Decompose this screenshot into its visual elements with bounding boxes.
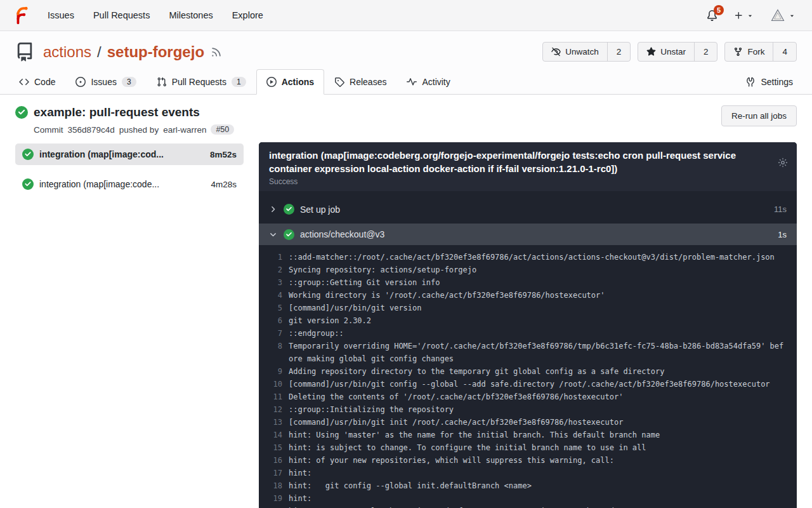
tab-actions[interactable]: Actions — [256, 69, 324, 95]
unstar-label: Unstar — [660, 47, 686, 57]
commit-prefix: Commit — [34, 125, 63, 135]
tab-code[interactable]: Code — [9, 69, 65, 95]
breadcrumb: actions / setup-forgejo — [43, 43, 204, 61]
tab-settings[interactable]: Settings — [735, 69, 803, 95]
log-line-number: 7 — [259, 327, 289, 340]
issue-opened-icon — [75, 77, 86, 87]
log-line-text: Deleting the contents of '/root/.cache/a… — [289, 391, 788, 403]
log-line-number: 6 — [259, 314, 289, 327]
fork-button[interactable]: Fork — [725, 43, 773, 61]
repo-name-link[interactable]: setup-forgejo — [107, 43, 204, 61]
job-status-text: Success — [269, 177, 768, 186]
unwatch-label: Unwatch — [565, 47, 599, 57]
top-navbar: Issues Pull Requests Milestones Explore … — [0, 0, 812, 31]
stars-count[interactable]: 2 — [694, 43, 717, 61]
log-line-number: 9 — [259, 365, 289, 378]
tab-code-label: Code — [34, 77, 55, 87]
log-line: 20 hint: Names commonly chosen instead o… — [259, 505, 788, 508]
breadcrumb-separator: / — [97, 43, 102, 61]
log-line-text: ::group::Initializing the repository — [289, 403, 788, 416]
repo-owner-link[interactable]: actions — [43, 43, 91, 61]
step-setup-job[interactable]: Set up job 11s — [259, 197, 797, 221]
chevron-right-icon — [269, 205, 278, 213]
step-success-check-icon — [284, 229, 294, 240]
log-line: 16 hint: of your new repositories, which… — [259, 454, 788, 467]
play-circle-icon — [266, 77, 277, 87]
log-line: 6 git version 2.30.2 — [259, 314, 788, 327]
rerun-all-jobs-button[interactable]: Re-run all jobs — [721, 105, 797, 126]
repo-action-buttons: Unwatch 2 Unstar 2 Fork 4 — [542, 42, 797, 62]
run-commit-line: Commit 356d879c4d pushed by earl-warren … — [34, 124, 234, 135]
log-line-number: 20 — [259, 505, 289, 508]
tab-releases[interactable]: Releases — [324, 69, 396, 95]
log-line: 13 [command]/usr/bin/git init /root/.cac… — [259, 416, 788, 429]
pushed-by-text: pushed by — [119, 125, 159, 135]
job-list-item-1[interactable]: integration (map[image:cod... 8m52s — [15, 144, 244, 165]
rss-feed-icon[interactable] — [211, 46, 222, 58]
log-line-number: 2 — [259, 264, 289, 276]
issues-count-badge: 3 — [122, 77, 136, 87]
log-line-number: 13 — [259, 416, 289, 429]
tab-actions-label: Actions — [282, 77, 314, 87]
log-settings-gear-icon[interactable] — [778, 157, 788, 168]
step-duration: 11s — [774, 204, 787, 214]
tab-activity[interactable]: Activity — [396, 69, 460, 95]
log-line: 4 Working directory is '/root/.cache/act… — [259, 289, 788, 302]
forgejo-logo-icon[interactable] — [13, 6, 32, 25]
notifications-button[interactable]: 5 — [700, 6, 724, 25]
log-line: 3 ::group::Getting Git version info — [259, 276, 788, 289]
commit-sha-link[interactable]: 356d879c4d — [68, 125, 115, 135]
navbar-pull-requests-link[interactable]: Pull Requests — [84, 0, 159, 30]
create-new-dropdown[interactable] — [728, 7, 760, 24]
repo-book-icon — [15, 43, 34, 62]
watchers-count[interactable]: 2 — [607, 43, 631, 61]
log-line: 11 Deleting the contents of '/root/.cach… — [259, 391, 788, 403]
job-success-check-icon — [22, 178, 34, 190]
navbar-right-group: 5 — [700, 4, 802, 27]
log-line-text: ::group::Getting Git version info — [289, 276, 788, 289]
navbar-milestones-link[interactable]: Milestones — [159, 0, 222, 30]
fork-button-group: Fork 4 — [724, 42, 797, 62]
log-job-title: integration (map[image:codeberg.org/forg… — [269, 149, 768, 175]
step-success-check-icon — [284, 204, 294, 215]
log-line: 17 hint: — [259, 467, 788, 479]
job-list-item-2[interactable]: integration (map[image:code... 4m28s — [15, 173, 244, 195]
log-line-number: 1 — [259, 251, 289, 264]
user-menu-dropdown[interactable] — [764, 4, 802, 27]
tag-icon — [334, 77, 344, 87]
log-line-text: hint: is subject to change. To configure… — [289, 441, 788, 454]
log-line-text: hint: Using 'master' as the name for the… — [289, 429, 788, 441]
tab-pull-requests[interactable]: Pull Requests 1 — [147, 69, 256, 95]
log-line-number: 18 — [259, 479, 289, 492]
log-line: 8 Temporarily overriding HOME='/root/.ca… — [259, 340, 788, 365]
author-link[interactable]: earl-warren — [163, 125, 206, 135]
step-actions-checkout[interactable]: actions/checkout@v3 1s — [259, 224, 797, 245]
pull-requests-count-badge: 1 — [232, 77, 246, 87]
log-line: 18 hint: git config --global init.defaul… — [259, 479, 788, 492]
log-line-number: 15 — [259, 441, 289, 454]
fork-icon — [733, 47, 743, 57]
unwatch-button[interactable]: Unwatch — [543, 43, 607, 61]
unstar-button[interactable]: Unstar — [638, 43, 694, 61]
navbar-explore-link[interactable]: Explore — [223, 0, 273, 30]
log-line-text: git version 2.30.2 — [289, 314, 788, 327]
plus-icon — [734, 11, 743, 20]
fork-label: Fork — [747, 47, 764, 57]
log-line-text: hint: git config --global init.defaultBr… — [289, 479, 788, 492]
log-line-text: Working directory is '/root/.cache/act/b… — [289, 289, 788, 302]
repo-tab-bar: Code Issues 3 Pull Requests 1 Actions Re… — [0, 69, 812, 95]
log-line-number: 8 — [259, 340, 289, 365]
chevron-down-icon — [789, 12, 796, 19]
watch-button-group: Unwatch 2 — [542, 42, 631, 62]
step-name: Set up job — [300, 204, 340, 215]
log-line-number: 17 — [259, 467, 289, 479]
tab-issues[interactable]: Issues 3 — [65, 69, 146, 95]
step-name: actions/checkout@v3 — [300, 229, 384, 239]
log-line: 12 ::group::Initializing the repository — [259, 403, 788, 416]
tab-pull-requests-label: Pull Requests — [172, 77, 226, 87]
navbar-issues-link[interactable]: Issues — [38, 0, 84, 30]
log-line: 10 [command]/usr/bin/git config --global… — [259, 378, 788, 391]
log-line-text: hint: — [289, 467, 788, 479]
job-log-panel: integration (map[image:codeberg.org/forg… — [259, 142, 797, 508]
forks-count[interactable]: 4 — [773, 43, 796, 61]
